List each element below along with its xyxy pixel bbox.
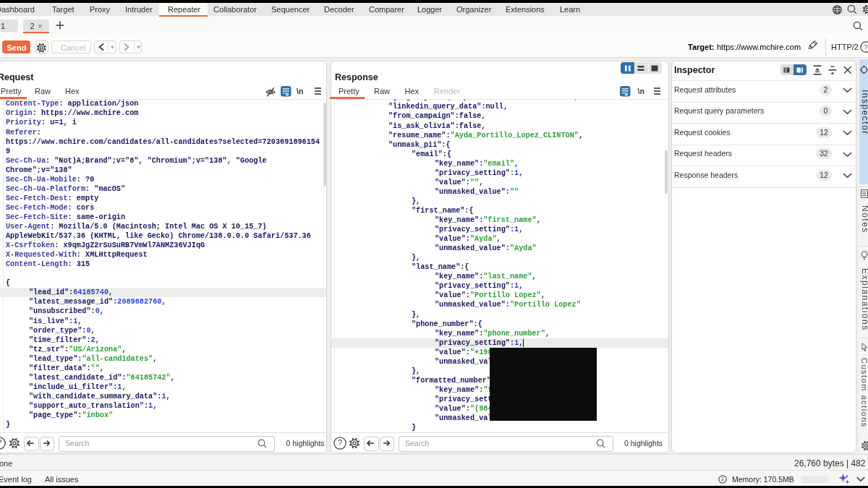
svg-text:?: ? <box>864 43 868 51</box>
svg-text:?: ? <box>338 438 342 447</box>
svg-text:?: ? <box>0 438 1 447</box>
